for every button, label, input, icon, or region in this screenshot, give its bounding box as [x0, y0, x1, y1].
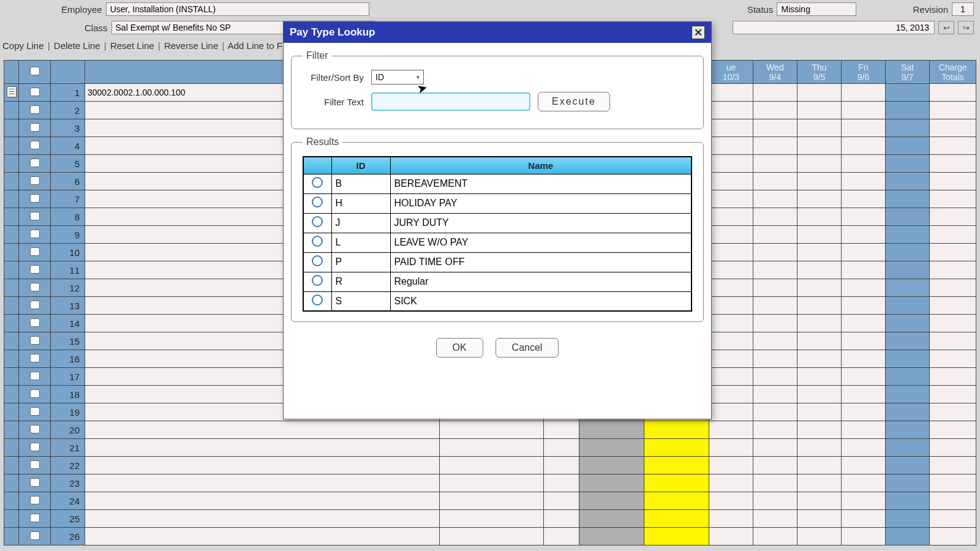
radio-icon[interactable] — [312, 255, 323, 266]
grid-day-cell[interactable] — [709, 190, 753, 208]
grid-day-cell[interactable] — [709, 492, 753, 510]
grid-day-cell[interactable] — [797, 528, 842, 545]
grid-day-cell[interactable] — [797, 155, 842, 173]
grid-day-cell[interactable] — [753, 155, 797, 173]
grid-day-cell[interactable] — [797, 315, 842, 332]
grid-day-cell[interactable] — [709, 368, 753, 386]
cancel-button[interactable]: Cancel — [496, 338, 559, 358]
grid-day-cell[interactable] — [797, 350, 842, 368]
grid-day-cell[interactable] — [709, 173, 753, 190]
grid-day-cell[interactable] — [753, 297, 797, 315]
grid-day-cell[interactable] — [886, 332, 930, 350]
grid-day-cell[interactable] — [842, 492, 886, 510]
select-all-checkbox[interactable] — [30, 67, 40, 75]
grid-cell[interactable] — [439, 457, 543, 474]
grid-day-cell[interactable] — [842, 261, 886, 279]
status-field[interactable] — [777, 2, 856, 16]
grid-day-cell[interactable] — [886, 190, 930, 208]
grid-cell[interactable] — [644, 474, 709, 492]
dialog-titlebar[interactable]: Pay Type Lookup ✕ — [284, 22, 711, 43]
grid-cell[interactable] — [579, 457, 644, 474]
grid-day-cell[interactable] — [709, 439, 753, 457]
grid-day-cell[interactable] — [797, 492, 842, 510]
grid-day-cell[interactable] — [709, 403, 753, 421]
result-radio-cell[interactable] — [303, 233, 331, 252]
grid-day-cell[interactable] — [842, 439, 886, 457]
grid-day-cell[interactable] — [842, 350, 886, 368]
radio-icon[interactable] — [312, 275, 323, 286]
grid-day-cell[interactable] — [842, 510, 886, 528]
row-checkbox[interactable] — [30, 354, 40, 362]
next-period-button[interactable]: ↪ — [958, 21, 974, 34]
grid-day-cell[interactable] — [797, 403, 842, 421]
row-checkbox[interactable] — [30, 389, 40, 398]
row-checkbox[interactable] — [30, 372, 40, 380]
grid-day-cell[interactable] — [797, 137, 842, 155]
grid-day-cell[interactable] — [797, 261, 842, 279]
grid-day-cell[interactable] — [797, 474, 842, 492]
grid-day-cell[interactable] — [753, 137, 797, 155]
radio-icon[interactable] — [312, 177, 323, 188]
grid-day-cell[interactable] — [753, 332, 797, 350]
row-checkbox[interactable] — [30, 531, 40, 540]
grid-day-cell[interactable] — [842, 137, 886, 155]
row-checkbox[interactable] — [30, 496, 40, 504]
ok-button[interactable]: OK — [436, 338, 483, 358]
grid-day-cell[interactable] — [886, 528, 930, 545]
result-radio-cell[interactable] — [303, 272, 331, 291]
grid-day-cell[interactable] — [753, 474, 797, 492]
row-checkbox[interactable] — [30, 212, 40, 220]
grid-day-cell[interactable] — [797, 119, 842, 137]
grid-cell[interactable] — [439, 421, 543, 439]
grid-day-cell[interactable] — [709, 474, 753, 492]
grid-day-cell[interactable] — [753, 510, 797, 528]
row-checkbox[interactable] — [30, 318, 40, 327]
grid-day-cell[interactable] — [842, 528, 886, 545]
results-row[interactable]: PPAID TIME OFF — [303, 252, 692, 272]
row-checkbox[interactable] — [30, 336, 40, 345]
grid-day-cell[interactable] — [709, 244, 753, 261]
grid-day-cell[interactable] — [709, 137, 753, 155]
result-radio-cell[interactable] — [303, 291, 331, 311]
grid-day-cell[interactable] — [797, 244, 842, 261]
grid-day-cell[interactable] — [797, 332, 842, 350]
employee-field[interactable] — [106, 2, 369, 16]
grid-cell[interactable] — [644, 510, 709, 528]
grid-day-cell[interactable] — [753, 457, 797, 474]
grid-day-cell[interactable] — [709, 350, 753, 368]
grid-day-cell[interactable] — [797, 102, 842, 119]
grid-day-cell[interactable] — [709, 332, 753, 350]
grid-day-cell[interactable] — [753, 261, 797, 279]
grid-header-day-2[interactable]: Thu9/5 — [797, 61, 842, 84]
grid-day-cell[interactable] — [797, 279, 842, 297]
row-checkbox[interactable] — [30, 407, 40, 416]
result-radio-cell[interactable] — [303, 213, 331, 233]
grid-header-day-3[interactable]: Fri9/6 — [842, 61, 886, 84]
row-checkbox[interactable] — [30, 194, 40, 203]
grid-cell[interactable] — [85, 474, 440, 492]
filter-sort-dropdown[interactable]: ID ▾ — [371, 70, 424, 84]
grid-header-day-4[interactable]: Sat9/7 — [886, 61, 930, 84]
grid-cell[interactable] — [85, 421, 440, 439]
filter-text-input[interactable] — [371, 92, 530, 111]
grid-day-cell[interactable] — [842, 457, 886, 474]
grid-cell[interactable] — [85, 510, 440, 528]
grid-day-cell[interactable] — [797, 84, 842, 102]
grid-cell[interactable] — [543, 439, 579, 457]
grid-day-cell[interactable] — [709, 386, 753, 403]
grid-day-cell[interactable] — [886, 297, 930, 315]
reverse-line-link[interactable]: Reverse Line — [164, 40, 218, 51]
grid-cell[interactable] — [644, 457, 709, 474]
row-checkbox[interactable] — [30, 141, 40, 149]
grid-day-cell[interactable] — [753, 492, 797, 510]
grid-day-cell[interactable] — [797, 421, 842, 439]
reset-line-link[interactable]: Reset Line — [110, 40, 154, 51]
grid-day-cell[interactable] — [886, 510, 930, 528]
results-row[interactable]: HHOLIDAY PAY — [303, 193, 692, 213]
results-row[interactable]: LLEAVE W/O PAY — [303, 233, 692, 252]
prev-period-button[interactable]: ↩ — [938, 21, 954, 34]
grid-day-cell[interactable] — [886, 244, 930, 261]
row-checkbox[interactable] — [30, 301, 40, 309]
row-checkbox[interactable] — [30, 478, 40, 487]
grid-day-cell[interactable] — [753, 102, 797, 119]
